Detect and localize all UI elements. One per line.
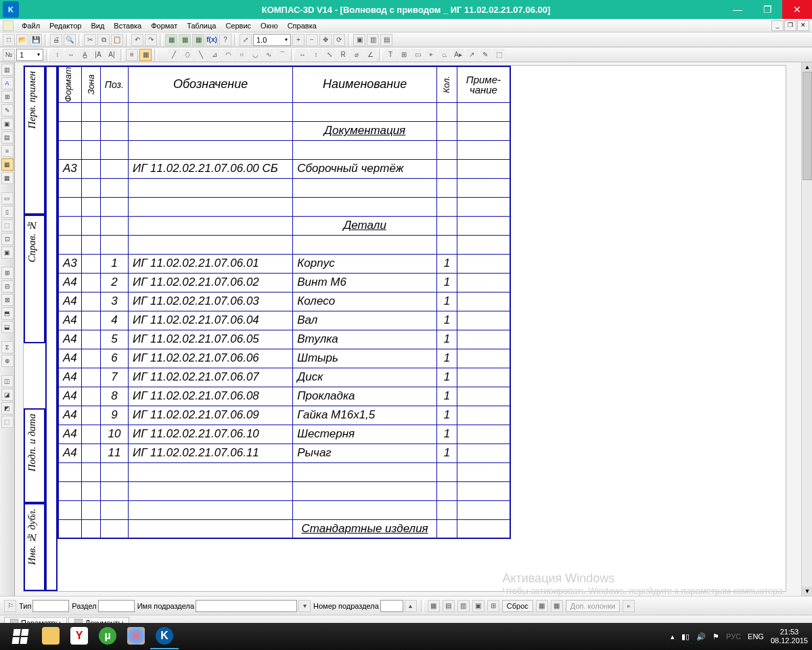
task-explorer[interactable] <box>37 624 65 649</box>
lt-9[interactable]: ▦ <box>1 172 14 184</box>
an3-icon[interactable]: ▭ <box>411 49 424 61</box>
table-row[interactable]: Детали <box>58 216 510 235</box>
table-row[interactable]: А45ИГ 11.02.02.21.07.06.05Втулка1 <box>58 330 510 349</box>
pp-b6-icon[interactable]: ▦ <box>536 600 548 612</box>
t2-3[interactable]: A̲ <box>78 49 91 61</box>
tray-clock[interactable]: 21:5308.12.2015 <box>771 628 808 645</box>
pp-reset-button[interactable]: Сброс <box>502 600 533 612</box>
maximize-button[interactable]: ❐ <box>752 0 782 19</box>
scroll-up-icon[interactable]: ▲ <box>802 62 812 72</box>
lt-text-icon[interactable]: A <box>1 77 14 89</box>
table-row[interactable]: А46ИГ 11.02.02.21.07.06.06Штырь1 <box>58 349 510 368</box>
menu-table[interactable]: Таблица <box>183 20 220 31</box>
menu-editor[interactable]: Редактор <box>45 20 85 31</box>
task-kompas[interactable]: K <box>150 624 179 649</box>
an5-icon[interactable]: ⏢ <box>438 49 451 61</box>
help-icon[interactable]: ? <box>219 34 231 46</box>
lt-18[interactable]: ⬒ <box>1 307 14 320</box>
table-row[interactable]: Документация <box>58 121 510 140</box>
fx-icon[interactable]: f(x) <box>206 34 218 46</box>
draw-t4[interactable]: ⊿ <box>208 49 221 61</box>
zoom-in-icon[interactable]: + <box>292 34 304 46</box>
menu-file[interactable]: Файл <box>18 20 44 31</box>
pp-b8-icon[interactable]: ▸ <box>623 600 635 612</box>
minimize-button[interactable]: — <box>723 0 752 19</box>
tray-vol-icon[interactable]: 🔊 <box>696 632 706 641</box>
win3-icon[interactable]: ▤ <box>380 34 392 46</box>
table-row[interactable]: А31ИГ 11.02.02.21.07.06.01Корпус1 <box>58 254 510 273</box>
vertical-scrollbar[interactable]: ▲ ▼ <box>801 62 812 596</box>
draw-t9[interactable]: ⌒ <box>276 49 288 61</box>
menu-insert[interactable]: Вставка <box>110 20 145 31</box>
tray-net-icon[interactable]: ▮▯ <box>681 632 690 641</box>
tray-up-icon[interactable]: ▴ <box>671 632 675 641</box>
table-row[interactable] <box>58 197 510 216</box>
table-row[interactable] <box>58 481 510 500</box>
zoom-fit-icon[interactable]: ⤢ <box>240 34 252 46</box>
menu-format[interactable]: Формат <box>147 20 181 31</box>
draw-t1[interactable]: ╱ <box>168 49 180 61</box>
canvas[interactable]: Перв. примен Справ. № Подп. и дата Инв. … <box>15 62 812 596</box>
tbl1-icon[interactable]: ▦ <box>165 34 177 46</box>
draw-t7[interactable]: ◡ <box>249 49 261 61</box>
menu-service[interactable]: Сервис <box>221 20 255 31</box>
zoom-combo[interactable]: 1.0▾ <box>253 34 291 46</box>
menu-help[interactable]: Справка <box>284 20 321 31</box>
start-button[interactable] <box>4 624 37 649</box>
table-row[interactable] <box>58 235 510 254</box>
lt-7[interactable]: ≡ <box>1 145 14 157</box>
tray-flag-icon[interactable]: ⚑ <box>713 632 719 641</box>
pp-subname-dd-icon[interactable]: ▾ <box>298 600 311 612</box>
table-row[interactable]: А43ИГ 11.02.02.21.07.06.03Колесо1 <box>58 292 510 311</box>
dim2-icon[interactable]: ↕ <box>310 49 322 61</box>
lt-spec-sel-icon[interactable]: ▦ <box>1 158 14 171</box>
t2-4[interactable]: |A <box>92 49 104 61</box>
table-row[interactable]: А42ИГ 11.02.02.21.07.06.02Винт М61 <box>58 273 510 292</box>
mdi-close-icon[interactable]: ✕ <box>797 20 809 31</box>
paste-icon[interactable]: 📋 <box>111 34 123 46</box>
scroll-down-icon[interactable]: ▼ <box>802 586 812 596</box>
lt-17[interactable]: ⊠ <box>1 294 14 306</box>
an6-icon[interactable]: A▸ <box>452 49 464 61</box>
draw-t6[interactable]: ○ <box>235 49 248 61</box>
lt-sigma-icon[interactable]: Σ <box>1 341 14 353</box>
pp-b3-icon[interactable]: ▥ <box>457 600 470 612</box>
pp-section-input[interactable] <box>98 600 135 612</box>
pp-b7-icon[interactable]: ▦ <box>551 600 563 612</box>
lt-10[interactable]: ▭ <box>1 192 14 204</box>
zoom-out-icon[interactable]: − <box>306 34 318 46</box>
tray-lang-en[interactable]: ENG <box>748 632 764 641</box>
mode-table-icon[interactable]: ▦ <box>139 49 152 61</box>
table-row[interactable]: А411ИГ 11.02.02.21.07.06.11Рычаг1 <box>58 443 510 462</box>
tbl2-icon[interactable]: ▦ <box>179 34 191 46</box>
an2-icon[interactable]: ⊞ <box>398 49 410 61</box>
lt-16[interactable]: ⊟ <box>1 280 14 292</box>
lt-22[interactable]: ◫ <box>1 375 14 387</box>
pp-type-input[interactable] <box>32 600 69 612</box>
preview-icon[interactable]: 🔍 <box>64 34 76 46</box>
new-doc-icon[interactable]: □ <box>3 34 15 46</box>
lt-13[interactable]: ⊡ <box>1 233 14 245</box>
lt-6[interactable]: ▤ <box>1 131 14 144</box>
pp-extra-cols-button[interactable]: Доп. колонки <box>566 600 620 612</box>
undo-icon[interactable]: ↶ <box>131 34 143 46</box>
refresh-icon[interactable]: ⟳ <box>333 34 345 46</box>
tbl3-icon[interactable]: ▦ <box>192 34 204 46</box>
draw-t2[interactable]: ⬯ <box>181 49 194 61</box>
table-row[interactable] <box>58 178 510 197</box>
pp-subno-input[interactable] <box>380 600 403 612</box>
table-row[interactable]: Стандартные изделия <box>58 519 510 538</box>
lt-23[interactable]: ◪ <box>1 389 14 401</box>
t2-5[interactable]: A| <box>106 49 118 61</box>
close-button[interactable]: ✕ <box>782 0 812 19</box>
table-row[interactable]: А49ИГ 11.02.02.21.07.06.09Гайка М16х1,51 <box>58 406 510 425</box>
dim1-icon[interactable]: ↔ <box>296 49 309 61</box>
print-icon[interactable]: 🖨 <box>50 34 62 46</box>
task-yandex[interactable]: Y <box>65 624 93 649</box>
draw-t8[interactable]: ∿ <box>263 49 275 61</box>
draw-t3[interactable]: ╲ <box>195 49 207 61</box>
lt-spec-icon[interactable]: ▥ <box>1 64 14 76</box>
table-row[interactable] <box>58 140 510 159</box>
lt-3[interactable]: ⊞ <box>1 91 14 103</box>
an1-icon[interactable]: T <box>384 49 397 61</box>
